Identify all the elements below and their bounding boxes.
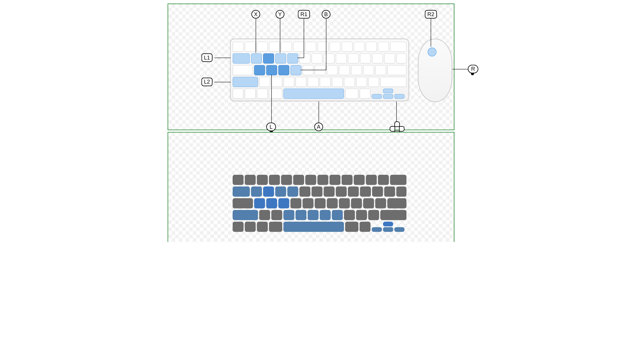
dk-r1-3 [257, 175, 268, 185]
key-fn [233, 89, 243, 99]
dk-space [283, 222, 344, 232]
key-r1-10 [342, 42, 352, 52]
dk-n [320, 210, 330, 220]
key-slash [368, 77, 379, 87]
dk-tab [233, 186, 250, 197]
dk-f [290, 198, 301, 208]
leader-dpad [396, 101, 397, 122]
key-t [299, 53, 310, 64]
key-p [360, 53, 371, 64]
callout-x: X [251, 10, 260, 18]
dk-x [271, 210, 282, 220]
key-i [336, 53, 347, 64]
key-r1-8 [317, 42, 328, 52]
dk-d [278, 198, 289, 208]
label-r1: R1 [300, 11, 307, 17]
dk-r1-7 [305, 175, 316, 185]
key-period [356, 77, 367, 87]
dk-rcmd [345, 222, 358, 232]
callout-l: L [266, 123, 276, 131]
dk-h [315, 198, 326, 208]
key-up [383, 89, 393, 93]
stick-nub-r [471, 73, 474, 75]
key-n [320, 77, 330, 87]
key-r1-6 [293, 42, 304, 52]
key-k [339, 65, 350, 75]
dk-r1-13 [378, 175, 389, 185]
callout-r2: R2 [425, 10, 437, 18]
dk-r1-4 [269, 175, 280, 185]
key-l [351, 65, 362, 75]
panel-dark [168, 132, 454, 242]
dk-lcmd [269, 222, 282, 232]
label-x: X [254, 11, 258, 17]
key-tab [233, 53, 250, 64]
key-r1-14 [390, 42, 406, 52]
key-rcmd [345, 89, 358, 99]
dk-right [394, 227, 405, 232]
dk-caps [233, 198, 253, 208]
dk-r [287, 186, 298, 197]
leader-l [271, 75, 272, 123]
dk-rbr [384, 186, 395, 197]
key-ralt [360, 89, 370, 99]
dpad-right-icon [399, 126, 405, 132]
dk-p [360, 186, 371, 197]
key-semi [363, 65, 374, 75]
dk-l [351, 198, 362, 208]
key-d [278, 65, 289, 75]
dk-r1-9 [330, 175, 340, 185]
key-r [287, 53, 298, 64]
panel-light: X Y R1 B R2 L1 L2 R [168, 4, 454, 130]
key-down [383, 94, 393, 99]
dk-return [387, 198, 406, 208]
key-rbracket [384, 53, 395, 64]
dk-r1-1 [233, 175, 243, 185]
mouse [418, 38, 452, 102]
dk-w [263, 186, 274, 197]
key-ctrl [245, 89, 255, 99]
key-right [394, 94, 405, 99]
dk-comma [344, 210, 355, 220]
key-j [327, 65, 338, 75]
dk-r1-6 [293, 175, 304, 185]
key-r1-12 [366, 42, 377, 52]
label-l2: L2 [204, 79, 210, 85]
dk-k [339, 198, 350, 208]
callout-y: Y [276, 10, 284, 18]
key-q [251, 53, 262, 64]
dk-left [372, 227, 382, 232]
key-bslash [396, 53, 407, 64]
dk-semi [363, 198, 374, 208]
callout-a: A [314, 123, 323, 131]
dk-r1-2 [245, 175, 255, 185]
label-r2: R2 [427, 11, 435, 17]
key-r1-3 [257, 42, 268, 52]
dk-fn [233, 222, 243, 232]
dk-down [383, 227, 393, 232]
mouse-scroll-area [427, 48, 437, 57]
key-v [296, 77, 306, 87]
callout-r1: R1 [298, 10, 310, 18]
leader-l1 [214, 58, 231, 58]
dk-g [303, 198, 314, 208]
dk-c [283, 210, 294, 220]
dk-lbr [372, 186, 383, 197]
dk-r1-12 [366, 175, 377, 185]
dk-ctrl [245, 222, 255, 232]
dk-z [259, 210, 270, 220]
key-r1-13 [378, 42, 389, 52]
leader-l2 [214, 82, 231, 82]
key-y [311, 53, 322, 64]
key-return [387, 65, 406, 75]
dk-j [327, 198, 338, 208]
label-a: A [317, 124, 320, 130]
leader-b-v [326, 18, 326, 70]
leader-b-h [301, 70, 326, 70]
key-a [254, 65, 265, 75]
key-f [290, 65, 301, 75]
dk-v [296, 210, 306, 220]
key-u [324, 53, 335, 64]
key-quote [375, 65, 386, 75]
dk-o [348, 186, 359, 197]
